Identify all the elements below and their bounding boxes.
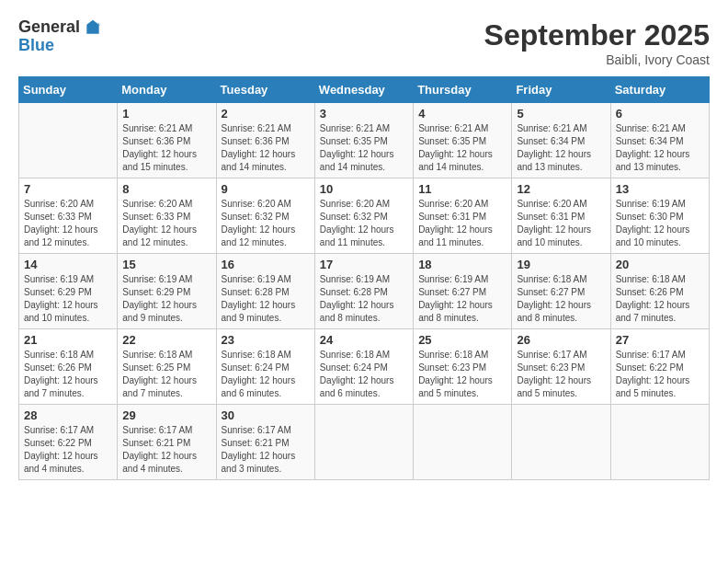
calendar-cell: 4Sunrise: 6:21 AMSunset: 6:35 PMDaylight… [414,103,512,178]
calendar-cell: 27Sunrise: 6:17 AMSunset: 6:22 PMDayligh… [610,329,709,405]
day-info: Sunrise: 6:19 AMSunset: 6:29 PMDaylight:… [122,273,210,325]
day-info: Sunrise: 6:17 AMSunset: 6:22 PMDaylight:… [24,424,112,476]
day-info: Sunrise: 6:20 AMSunset: 6:31 PMDaylight:… [517,198,605,249]
title-block: September 2025 Baibli, Ivory Coast [484,18,710,67]
day-info: Sunrise: 6:19 AMSunset: 6:30 PMDaylight:… [616,198,704,249]
calendar-cell: 28Sunrise: 6:17 AMSunset: 6:22 PMDayligh… [19,405,118,480]
day-number: 25 [418,333,506,347]
calendar-cell: 14Sunrise: 6:19 AMSunset: 6:29 PMDayligh… [19,254,118,329]
day-header-wednesday: Wednesday [314,77,413,103]
day-number: 13 [616,182,704,196]
day-header-thursday: Thursday [414,77,512,103]
day-number: 24 [320,333,408,347]
calendar-cell: 10Sunrise: 6:20 AMSunset: 6:32 PMDayligh… [314,178,413,254]
calendar-cell [512,405,610,480]
day-number: 9 [222,182,310,196]
calendar-cell: 25Sunrise: 6:18 AMSunset: 6:23 PMDayligh… [414,329,512,405]
calendar-cell: 1Sunrise: 6:21 AMSunset: 6:36 PMDaylight… [118,103,216,178]
calendar-cell: 7Sunrise: 6:20 AMSunset: 6:33 PMDaylight… [19,178,118,254]
day-info: Sunrise: 6:19 AMSunset: 6:29 PMDaylight:… [24,273,112,325]
day-info: Sunrise: 6:21 AMSunset: 6:36 PMDaylight:… [222,122,310,174]
calendar-cell: 8Sunrise: 6:20 AMSunset: 6:33 PMDaylight… [118,178,216,254]
day-number: 2 [222,107,310,121]
day-info: Sunrise: 6:20 AMSunset: 6:31 PMDaylight:… [418,198,506,249]
calendar-cell: 18Sunrise: 6:19 AMSunset: 6:27 PMDayligh… [414,254,512,329]
calendar-cell: 9Sunrise: 6:20 AMSunset: 6:32 PMDaylight… [216,178,314,254]
day-number: 8 [122,182,210,196]
day-number: 22 [122,333,210,347]
calendar-header: SundayMondayTuesdayWednesdayThursdayFrid… [19,77,710,103]
day-info: Sunrise: 6:19 AMSunset: 6:27 PMDaylight:… [418,273,506,325]
day-number: 12 [517,182,605,196]
logo-icon [84,18,102,37]
day-number: 14 [24,258,112,271]
day-number: 16 [222,258,310,271]
day-number: 21 [24,333,112,347]
day-number: 28 [24,408,112,422]
day-info: Sunrise: 6:19 AMSunset: 6:28 PMDaylight:… [222,273,310,325]
day-header-tuesday: Tuesday [216,77,314,103]
day-info: Sunrise: 6:19 AMSunset: 6:28 PMDaylight:… [320,273,408,325]
calendar-cell: 21Sunrise: 6:18 AMSunset: 6:26 PMDayligh… [19,329,118,405]
day-info: Sunrise: 6:17 AMSunset: 6:21 PMDaylight:… [122,424,210,476]
day-number: 5 [517,107,605,121]
calendar-week-4: 21Sunrise: 6:18 AMSunset: 6:26 PMDayligh… [19,329,710,405]
day-number: 30 [222,408,310,422]
day-number: 1 [122,107,210,121]
calendar-cell: 16Sunrise: 6:19 AMSunset: 6:28 PMDayligh… [216,254,314,329]
day-header-saturday: Saturday [610,77,709,103]
calendar-cell: 17Sunrise: 6:19 AMSunset: 6:28 PMDayligh… [314,254,413,329]
day-number: 29 [122,408,210,422]
header-row: SundayMondayTuesdayWednesdayThursdayFrid… [19,77,710,103]
location-subtitle: Baibli, Ivory Coast [484,52,710,67]
day-info: Sunrise: 6:17 AMSunset: 6:23 PMDaylight:… [517,349,605,400]
logo-general: General [18,18,80,37]
day-number: 4 [418,107,506,121]
calendar-week-1: 1Sunrise: 6:21 AMSunset: 6:36 PMDaylight… [19,103,710,178]
calendar-week-3: 14Sunrise: 6:19 AMSunset: 6:29 PMDayligh… [19,254,710,329]
logo: General Blue [18,18,102,55]
calendar-cell: 30Sunrise: 6:17 AMSunset: 6:21 PMDayligh… [216,405,314,480]
day-number: 11 [418,182,506,196]
day-number: 18 [418,258,506,271]
calendar-week-5: 28Sunrise: 6:17 AMSunset: 6:22 PMDayligh… [19,405,710,480]
calendar-cell: 26Sunrise: 6:17 AMSunset: 6:23 PMDayligh… [512,329,610,405]
day-info: Sunrise: 6:18 AMSunset: 6:24 PMDaylight:… [320,349,408,400]
calendar-cell [19,103,118,178]
calendar-week-2: 7Sunrise: 6:20 AMSunset: 6:33 PMDaylight… [19,178,710,254]
calendar-cell [414,405,512,480]
day-header-monday: Monday [118,77,216,103]
day-info: Sunrise: 6:21 AMSunset: 6:35 PMDaylight:… [320,122,408,174]
calendar-cell: 13Sunrise: 6:19 AMSunset: 6:30 PMDayligh… [610,178,709,254]
day-info: Sunrise: 6:18 AMSunset: 6:26 PMDaylight:… [616,273,704,325]
day-info: Sunrise: 6:17 AMSunset: 6:21 PMDaylight:… [222,424,310,476]
day-info: Sunrise: 6:20 AMSunset: 6:32 PMDaylight:… [222,198,310,249]
calendar-cell: 6Sunrise: 6:21 AMSunset: 6:34 PMDaylight… [610,103,709,178]
calendar-body: 1Sunrise: 6:21 AMSunset: 6:36 PMDaylight… [19,103,710,480]
month-title: September 2025 [484,18,710,52]
day-number: 26 [517,333,605,347]
calendar-cell: 12Sunrise: 6:20 AMSunset: 6:31 PMDayligh… [512,178,610,254]
day-info: Sunrise: 6:21 AMSunset: 6:34 PMDaylight:… [616,122,704,174]
calendar-table: SundayMondayTuesdayWednesdayThursdayFrid… [18,76,710,480]
day-number: 19 [517,258,605,271]
day-info: Sunrise: 6:21 AMSunset: 6:35 PMDaylight:… [418,122,506,174]
day-number: 15 [122,258,210,271]
calendar-cell: 24Sunrise: 6:18 AMSunset: 6:24 PMDayligh… [314,329,413,405]
day-number: 20 [616,258,704,271]
day-info: Sunrise: 6:20 AMSunset: 6:32 PMDaylight:… [320,198,408,249]
calendar-cell: 22Sunrise: 6:18 AMSunset: 6:25 PMDayligh… [118,329,216,405]
day-info: Sunrise: 6:18 AMSunset: 6:26 PMDaylight:… [24,349,112,400]
calendar-cell [610,405,709,480]
logo-blue: Blue [18,37,102,55]
day-info: Sunrise: 6:18 AMSunset: 6:24 PMDaylight:… [222,349,310,400]
calendar-cell: 19Sunrise: 6:18 AMSunset: 6:27 PMDayligh… [512,254,610,329]
day-header-friday: Friday [512,77,610,103]
day-number: 3 [320,107,408,121]
calendar-cell [314,405,413,480]
day-number: 27 [616,333,704,347]
day-info: Sunrise: 6:18 AMSunset: 6:23 PMDaylight:… [418,349,506,400]
day-number: 7 [24,182,112,196]
day-info: Sunrise: 6:18 AMSunset: 6:27 PMDaylight:… [517,273,605,325]
calendar-cell: 2Sunrise: 6:21 AMSunset: 6:36 PMDaylight… [216,103,314,178]
